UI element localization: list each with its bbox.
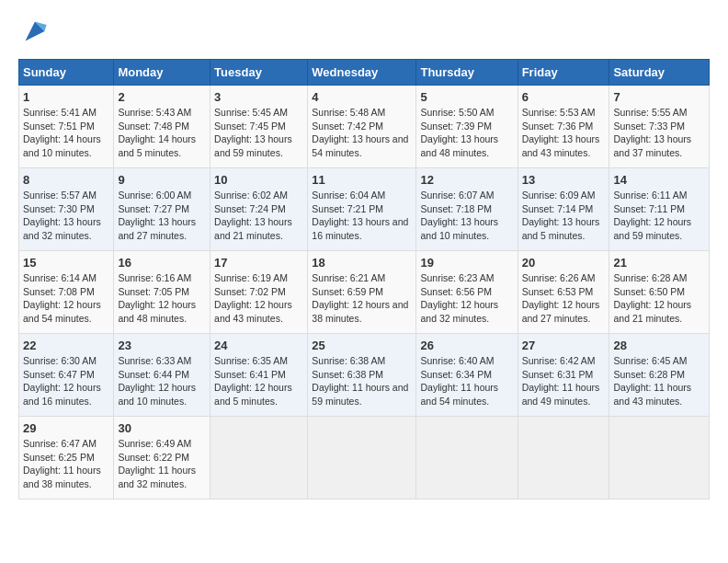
calendar-cell: 28 Sunrise: 6:45 AM Sunset: 6:28 PM Dayl… bbox=[609, 334, 710, 417]
day-info: Sunrise: 6:26 AM Sunset: 6:53 PM Dayligh… bbox=[522, 271, 606, 326]
calendar-cell: 15 Sunrise: 6:14 AM Sunset: 7:08 PM Dayl… bbox=[19, 251, 114, 334]
day-info: Sunrise: 6:38 AM Sunset: 6:38 PM Dayligh… bbox=[312, 354, 412, 408]
day-info: Sunrise: 6:47 AM Sunset: 6:25 PM Dayligh… bbox=[23, 437, 109, 491]
day-number: 11 bbox=[312, 173, 412, 187]
page-header bbox=[18, 18, 710, 44]
calendar-week-row: 29 Sunrise: 6:47 AM Sunset: 6:25 PM Dayl… bbox=[19, 417, 710, 500]
calendar-cell: 6 Sunrise: 5:53 AM Sunset: 7:36 PM Dayli… bbox=[518, 86, 609, 168]
day-info: Sunrise: 6:49 AM Sunset: 6:22 PM Dayligh… bbox=[118, 437, 206, 491]
col-header-thursday: Thursday bbox=[416, 60, 518, 86]
day-number: 30 bbox=[118, 421, 206, 435]
day-number: 19 bbox=[420, 256, 513, 270]
calendar-cell: 20 Sunrise: 6:26 AM Sunset: 6:53 PM Dayl… bbox=[518, 251, 609, 334]
calendar-cell: 27 Sunrise: 6:42 AM Sunset: 6:31 PM Dayl… bbox=[518, 334, 609, 417]
calendar-cell bbox=[609, 417, 710, 500]
day-info: Sunrise: 6:35 AM Sunset: 6:41 PM Dayligh… bbox=[214, 354, 303, 408]
calendar-cell: 11 Sunrise: 6:04 AM Sunset: 7:21 PM Dayl… bbox=[308, 168, 416, 251]
calendar-cell: 8 Sunrise: 5:57 AM Sunset: 7:30 PM Dayli… bbox=[19, 168, 114, 251]
day-info: Sunrise: 6:09 AM Sunset: 7:14 PM Dayligh… bbox=[522, 189, 606, 243]
logo bbox=[18, 18, 48, 44]
calendar-header: SundayMondayTuesdayWednesdayThursdayFrid… bbox=[19, 60, 710, 86]
col-header-monday: Monday bbox=[114, 60, 210, 86]
day-info: Sunrise: 5:53 AM Sunset: 7:36 PM Dayligh… bbox=[522, 106, 606, 160]
calendar-cell: 5 Sunrise: 5:50 AM Sunset: 7:39 PM Dayli… bbox=[416, 86, 518, 168]
day-number: 26 bbox=[420, 339, 513, 352]
calendar-week-row: 15 Sunrise: 6:14 AM Sunset: 7:08 PM Dayl… bbox=[19, 251, 710, 334]
day-number: 14 bbox=[613, 173, 705, 187]
calendar-cell: 4 Sunrise: 5:48 AM Sunset: 7:42 PM Dayli… bbox=[308, 86, 416, 168]
calendar-cell: 13 Sunrise: 6:09 AM Sunset: 7:14 PM Dayl… bbox=[518, 168, 609, 251]
day-number: 28 bbox=[613, 339, 705, 352]
day-info: Sunrise: 5:45 AM Sunset: 7:45 PM Dayligh… bbox=[214, 106, 303, 160]
calendar-cell: 9 Sunrise: 6:00 AM Sunset: 7:27 PM Dayli… bbox=[114, 168, 210, 251]
calendar-cell: 25 Sunrise: 6:38 AM Sunset: 6:38 PM Dayl… bbox=[308, 334, 416, 417]
day-number: 27 bbox=[522, 339, 606, 352]
day-info: Sunrise: 5:41 AM Sunset: 7:51 PM Dayligh… bbox=[23, 106, 109, 160]
day-number: 5 bbox=[420, 90, 513, 104]
calendar-cell: 10 Sunrise: 6:02 AM Sunset: 7:24 PM Dayl… bbox=[210, 168, 308, 251]
calendar-cell: 16 Sunrise: 6:16 AM Sunset: 7:05 PM Dayl… bbox=[114, 251, 210, 334]
calendar-week-row: 1 Sunrise: 5:41 AM Sunset: 7:51 PM Dayli… bbox=[19, 86, 710, 168]
day-info: Sunrise: 6:02 AM Sunset: 7:24 PM Dayligh… bbox=[214, 189, 303, 243]
calendar-cell bbox=[416, 417, 518, 500]
calendar-week-row: 22 Sunrise: 6:30 AM Sunset: 6:47 PM Dayl… bbox=[19, 334, 710, 417]
calendar-cell: 19 Sunrise: 6:23 AM Sunset: 6:56 PM Dayl… bbox=[416, 251, 518, 334]
day-info: Sunrise: 6:45 AM Sunset: 6:28 PM Dayligh… bbox=[613, 354, 705, 408]
day-info: Sunrise: 6:42 AM Sunset: 6:31 PM Dayligh… bbox=[522, 354, 606, 408]
day-info: Sunrise: 5:55 AM Sunset: 7:33 PM Dayligh… bbox=[613, 106, 705, 160]
day-number: 22 bbox=[23, 339, 109, 352]
calendar-cell: 30 Sunrise: 6:49 AM Sunset: 6:22 PM Dayl… bbox=[114, 417, 210, 500]
col-header-wednesday: Wednesday bbox=[308, 60, 416, 86]
calendar-cell: 14 Sunrise: 6:11 AM Sunset: 7:11 PM Dayl… bbox=[609, 168, 710, 251]
calendar-cell: 7 Sunrise: 5:55 AM Sunset: 7:33 PM Dayli… bbox=[609, 86, 710, 168]
calendar-cell: 3 Sunrise: 5:45 AM Sunset: 7:45 PM Dayli… bbox=[210, 86, 308, 168]
day-number: 29 bbox=[23, 421, 109, 435]
day-info: Sunrise: 6:16 AM Sunset: 7:05 PM Dayligh… bbox=[118, 271, 206, 326]
day-number: 8 bbox=[23, 173, 109, 187]
day-number: 18 bbox=[312, 256, 412, 270]
calendar-cell: 26 Sunrise: 6:40 AM Sunset: 6:34 PM Dayl… bbox=[416, 334, 518, 417]
calendar-cell: 21 Sunrise: 6:28 AM Sunset: 6:50 PM Dayl… bbox=[609, 251, 710, 334]
day-info: Sunrise: 6:30 AM Sunset: 6:47 PM Dayligh… bbox=[23, 354, 109, 408]
day-info: Sunrise: 5:57 AM Sunset: 7:30 PM Dayligh… bbox=[23, 189, 109, 243]
day-info: Sunrise: 6:33 AM Sunset: 6:44 PM Dayligh… bbox=[118, 354, 206, 408]
col-header-friday: Friday bbox=[518, 60, 609, 86]
calendar-cell: 23 Sunrise: 6:33 AM Sunset: 6:44 PM Dayl… bbox=[114, 334, 210, 417]
col-header-saturday: Saturday bbox=[609, 60, 710, 86]
calendar-cell: 17 Sunrise: 6:19 AM Sunset: 7:02 PM Dayl… bbox=[210, 251, 308, 334]
day-info: Sunrise: 5:50 AM Sunset: 7:39 PM Dayligh… bbox=[420, 106, 513, 160]
col-header-sunday: Sunday bbox=[19, 60, 114, 86]
day-info: Sunrise: 5:48 AM Sunset: 7:42 PM Dayligh… bbox=[312, 106, 412, 160]
day-number: 15 bbox=[23, 256, 109, 270]
day-number: 9 bbox=[118, 173, 206, 187]
calendar-cell bbox=[210, 417, 308, 500]
day-number: 24 bbox=[214, 339, 303, 352]
day-number: 2 bbox=[118, 90, 206, 104]
calendar-cell bbox=[308, 417, 416, 500]
day-info: Sunrise: 6:11 AM Sunset: 7:11 PM Dayligh… bbox=[613, 189, 705, 243]
day-info: Sunrise: 6:28 AM Sunset: 6:50 PM Dayligh… bbox=[613, 271, 705, 326]
day-info: Sunrise: 5:43 AM Sunset: 7:48 PM Dayligh… bbox=[118, 106, 206, 160]
day-number: 12 bbox=[420, 173, 513, 187]
calendar-cell: 2 Sunrise: 5:43 AM Sunset: 7:48 PM Dayli… bbox=[114, 86, 210, 168]
logo-icon bbox=[22, 18, 48, 44]
calendar-cell: 1 Sunrise: 5:41 AM Sunset: 7:51 PM Dayli… bbox=[19, 86, 114, 168]
day-number: 20 bbox=[522, 256, 606, 270]
day-number: 6 bbox=[522, 90, 606, 104]
day-number: 10 bbox=[214, 173, 303, 187]
calendar-table: SundayMondayTuesdayWednesdayThursdayFrid… bbox=[18, 59, 710, 500]
day-number: 3 bbox=[214, 90, 303, 104]
calendar-week-row: 8 Sunrise: 5:57 AM Sunset: 7:30 PM Dayli… bbox=[19, 168, 710, 251]
calendar-cell: 18 Sunrise: 6:21 AM Sunset: 6:59 PM Dayl… bbox=[308, 251, 416, 334]
day-info: Sunrise: 6:00 AM Sunset: 7:27 PM Dayligh… bbox=[118, 189, 206, 243]
calendar-cell: 22 Sunrise: 6:30 AM Sunset: 6:47 PM Dayl… bbox=[19, 334, 114, 417]
day-number: 1 bbox=[23, 90, 109, 104]
day-info: Sunrise: 6:21 AM Sunset: 6:59 PM Dayligh… bbox=[312, 271, 412, 326]
day-number: 17 bbox=[214, 256, 303, 270]
day-info: Sunrise: 6:40 AM Sunset: 6:34 PM Dayligh… bbox=[420, 354, 513, 408]
day-info: Sunrise: 6:14 AM Sunset: 7:08 PM Dayligh… bbox=[23, 271, 109, 326]
day-number: 23 bbox=[118, 339, 206, 352]
calendar-cell: 12 Sunrise: 6:07 AM Sunset: 7:18 PM Dayl… bbox=[416, 168, 518, 251]
day-info: Sunrise: 6:23 AM Sunset: 6:56 PM Dayligh… bbox=[420, 271, 513, 326]
day-info: Sunrise: 6:04 AM Sunset: 7:21 PM Dayligh… bbox=[312, 189, 412, 243]
